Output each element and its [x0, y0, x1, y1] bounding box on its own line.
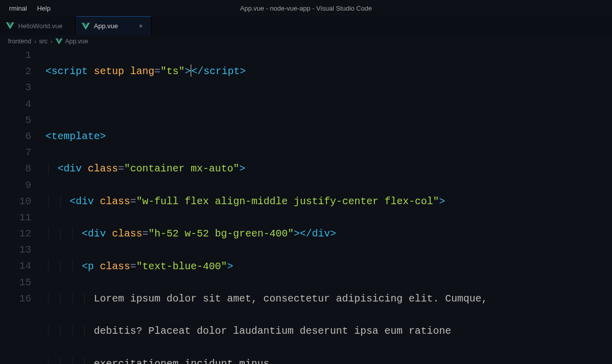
breadcrumb-file[interactable]: App.vue [55, 38, 88, 45]
vue-icon [55, 38, 63, 44]
code-line: │ │ <div class="w-full flex align-middle… [45, 194, 612, 210]
line-number: 11 [0, 210, 31, 226]
line-number: 13 [0, 242, 31, 258]
menu-help[interactable]: Help [32, 3, 55, 14]
line-number: 3 [0, 80, 31, 96]
line-number: 12 [0, 226, 31, 242]
tab-bar: HelloWorld.vue App.vue × [0, 16, 612, 35]
line-number: 15 [0, 275, 31, 291]
code-line: │ │ │ │ debitis? Placeat dolor laudantiu… [45, 323, 612, 339]
menubar: rminal Help App.vue - node-vue-app - Vis… [0, 0, 612, 16]
window-title: App.vue - node-vue-app - Visual Studio C… [240, 5, 372, 12]
line-number: 1 [0, 47, 31, 64]
chevron-right-icon: › [33, 38, 37, 44]
gutter: 1 2 3 4 5 6 7 8 9 10 11 12 13 14 15 16 [0, 47, 45, 364]
breadcrumb-folder[interactable]: frontend [8, 38, 31, 45]
code-line [45, 96, 612, 112]
line-number: 10 [0, 194, 31, 210]
tab-label: HelloWorld.vue [18, 22, 63, 30]
line-number: 14 [0, 258, 31, 274]
chevron-right-icon: › [49, 38, 53, 44]
line-number: 8 [0, 161, 31, 177]
code-area[interactable]: <script setup lang="ts"></script> <templ… [45, 47, 612, 364]
vue-icon [82, 23, 90, 30]
code-line: <template> [45, 129, 612, 145]
close-icon[interactable]: × [137, 22, 145, 30]
line-number: 16 [0, 291, 31, 307]
vue-icon [6, 22, 14, 29]
breadcrumbs: frontend › src › App.vue [0, 35, 612, 47]
editor[interactable]: 1 2 3 4 5 6 7 8 9 10 11 12 13 14 15 16 <… [0, 47, 612, 364]
tab-appvue[interactable]: App.vue × [76, 16, 151, 35]
line-number: 2 [0, 64, 31, 80]
breadcrumb-file-label: App.vue [65, 38, 88, 45]
code-line: │ │ │ │ exercitationem incidunt minus. [45, 356, 612, 364]
line-number: 5 [0, 112, 31, 129]
code-line: │ │ │ │ Lorem ipsum dolor sit amet, cons… [45, 291, 612, 307]
code-line: │ <div class="container mx-auto"> [45, 161, 612, 177]
tab-helloworld[interactable]: HelloWorld.vue [0, 16, 76, 35]
breadcrumb-folder[interactable]: src [39, 38, 48, 45]
code-line: <script setup lang="ts"></script> [45, 64, 612, 80]
menu-terminal[interactable]: rminal [4, 3, 32, 14]
code-line: │ │ │ <p class="text-blue-400"> [45, 259, 612, 275]
line-number: 7 [0, 145, 31, 161]
tab-label: App.vue [94, 22, 118, 30]
line-number: 9 [0, 177, 31, 194]
line-number: 6 [0, 129, 31, 145]
code-line: │ │ │ <div class="h-52 w-52 bg-green-400… [45, 226, 612, 242]
line-number: 4 [0, 96, 31, 112]
